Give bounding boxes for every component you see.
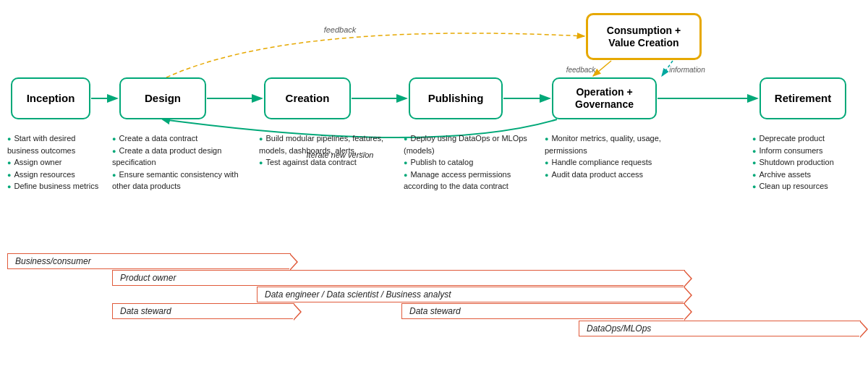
box-design: Design bbox=[119, 77, 206, 119]
role-data-steward-1: Data steward bbox=[112, 303, 294, 319]
role-data-steward-2: Data steward bbox=[401, 303, 685, 319]
bullets-design: Create a data contract Create a data pro… bbox=[112, 132, 250, 192]
information-label: information bbox=[669, 66, 705, 74]
box-publishing: Publishing bbox=[409, 77, 503, 119]
bullets-retirement: Deprecate product Inform consumers Shutd… bbox=[752, 132, 857, 192]
feedback-top-label: feedback bbox=[324, 25, 357, 34]
svg-line-6 bbox=[662, 61, 673, 76]
feedback-left-label: feedback bbox=[566, 66, 597, 74]
role-data-engineer: Data engineer / Data scientist / Busines… bbox=[257, 287, 685, 302]
bullets-publishing: Deploy using DataOps or MLOps (models) P… bbox=[404, 132, 534, 192]
role-product-owner: Product owner bbox=[112, 270, 685, 286]
bullets-creation: Build modular pipelines, features, model… bbox=[259, 132, 393, 169]
box-inception: Inception bbox=[11, 77, 90, 119]
lifecycle-diagram: Iterate new version feedback feedback in… bbox=[0, 0, 868, 377]
role-dataops-mlops: DataOps/MLOps bbox=[579, 321, 861, 336]
svg-line-5 bbox=[593, 61, 611, 76]
box-operation: Operation +Governance bbox=[552, 77, 657, 119]
box-consumption: Consumption +Value Creation bbox=[586, 13, 702, 60]
box-creation: Creation bbox=[264, 77, 351, 119]
box-retirement: Retirement bbox=[760, 77, 846, 119]
role-business-consumer: Business/consumer bbox=[7, 253, 291, 269]
bullets-inception: Start with desired business outcomes Ass… bbox=[7, 132, 109, 192]
bullets-operation: Monitor metrics, quality, usage, permiss… bbox=[545, 132, 678, 180]
